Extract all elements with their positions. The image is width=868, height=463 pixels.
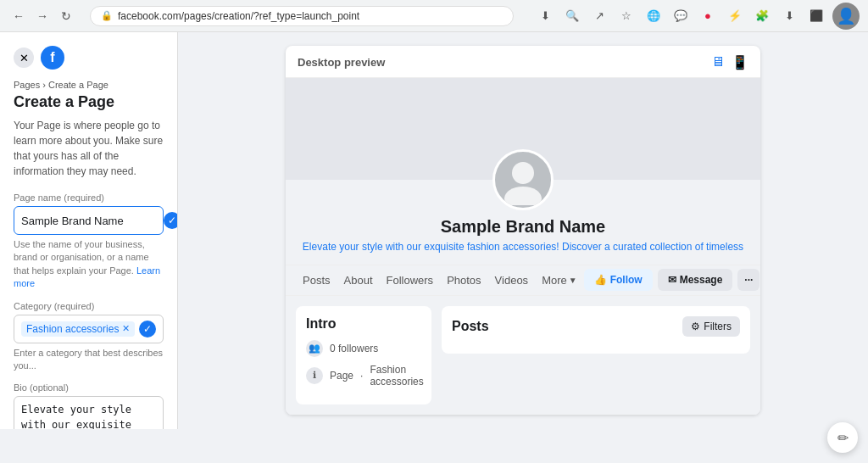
browser-chrome: ← → ↻ 🔒 facebook.com/pages/creation/?ref… bbox=[0, 0, 868, 32]
page-name-label: Page name (required) bbox=[14, 192, 164, 203]
message-button[interactable]: ✉ Message bbox=[658, 269, 733, 291]
page-title: Create a Page bbox=[14, 93, 164, 111]
download-icon[interactable]: ⬇ bbox=[534, 5, 556, 27]
messenger-icon[interactable]: 💬 bbox=[670, 5, 692, 27]
fb-page-name: Sample Brand Name bbox=[299, 217, 747, 237]
bio-input-wrap[interactable]: Elevate your style with our exquisite fa… bbox=[14, 396, 164, 429]
category-icon: ℹ bbox=[306, 367, 323, 384]
close-button[interactable]: ✕ bbox=[14, 47, 34, 68]
profile-pic-wrap bbox=[492, 149, 554, 210]
device-toggle: 🖥 📱 bbox=[711, 54, 748, 70]
filters-label: Filters bbox=[704, 321, 732, 332]
reload-button[interactable]: ↻ bbox=[56, 6, 76, 26]
fb-logo-area: ✕ f bbox=[14, 46, 164, 70]
more-button[interactable]: ··· bbox=[737, 269, 760, 291]
page-action-buttons: 👍 Follow ✉ Message ··· bbox=[584, 269, 760, 291]
intro-card: Intro 👥 0 followers ℹ Page · Fashion acc… bbox=[296, 306, 431, 404]
fb-page-preview: Sample Brand Name Elevate your style wit… bbox=[286, 78, 760, 415]
follow-button[interactable]: 👍 Follow bbox=[584, 269, 653, 291]
fb-logo: f bbox=[41, 46, 64, 70]
svg-point-1 bbox=[504, 187, 542, 205]
page-category-label: Fashion accessories bbox=[370, 364, 423, 388]
category-input-wrap[interactable]: Fashion accessories ✕ ✓ bbox=[14, 315, 164, 343]
check-icon: ✓ bbox=[164, 212, 178, 229]
lightning-icon[interactable]: ⚡ bbox=[724, 5, 746, 27]
preview-card: Desktop preview 🖥 📱 bbox=[286, 46, 760, 415]
user-avatar[interactable]: 👤 bbox=[832, 3, 860, 30]
category-field: Category (required) Fashion accessories … bbox=[14, 301, 164, 373]
browser-nav-buttons: ← → ↻ bbox=[8, 6, 76, 26]
forward-button[interactable]: → bbox=[32, 6, 53, 26]
breadcrumb: Pages › Create a Page bbox=[14, 80, 164, 90]
browser-action-buttons: ⬇ 🔍 ↗ ☆ 🌐 💬 ● ⚡ 🧩 ⬇ ⬛ 👤 bbox=[534, 3, 860, 30]
intro-title: Intro bbox=[306, 316, 421, 332]
bio-label: Bio (optional) bbox=[14, 382, 164, 393]
category-value: Fashion accessories bbox=[26, 323, 119, 335]
download2-icon[interactable]: ⬇ bbox=[778, 5, 800, 27]
nav-followers[interactable]: Followers bbox=[380, 265, 441, 295]
preview-header: Desktop preview 🖥 📱 bbox=[286, 46, 760, 78]
desktop-icon[interactable]: 🖥 bbox=[711, 54, 725, 70]
followers-text: 0 followers bbox=[330, 343, 378, 354]
mobile-icon[interactable]: 📱 bbox=[732, 54, 748, 70]
nav-videos[interactable]: Videos bbox=[488, 265, 536, 295]
main-layout: ✕ f Pages › Create a Page Create a Page … bbox=[0, 32, 868, 429]
nav-about[interactable]: About bbox=[337, 265, 380, 295]
preview-title: Desktop preview bbox=[298, 56, 385, 69]
category-check-icon: ✓ bbox=[139, 321, 156, 337]
page-name-field: Page name (required) Sample Brand Name ✓… bbox=[14, 192, 164, 291]
category-remove-button[interactable]: ✕ bbox=[122, 323, 130, 334]
filters-icon: ⚙ bbox=[691, 321, 700, 332]
tablet-icon[interactable]: ⬛ bbox=[805, 5, 827, 27]
url-text: facebook.com/pages/creation/?ref_type=la… bbox=[118, 10, 359, 22]
bio-field: Bio (optional) Elevate your style with o… bbox=[14, 382, 164, 429]
page-description: Your Page is where people go to learn mo… bbox=[14, 118, 164, 179]
back-button[interactable]: ← bbox=[8, 6, 29, 26]
share-icon[interactable]: ↗ bbox=[588, 5, 610, 27]
category-label: Category (required) bbox=[14, 301, 164, 311]
fb-page-bio: Elevate your style with our exquisite fa… bbox=[299, 240, 747, 254]
cover-photo bbox=[286, 78, 760, 180]
nav-more[interactable]: More ▼ bbox=[535, 265, 584, 295]
nav-posts[interactable]: Posts bbox=[296, 265, 337, 295]
globe-icon[interactable]: 🌐 bbox=[643, 5, 665, 27]
posts-card: Posts ⚙ Filters bbox=[442, 306, 750, 354]
puzzle-icon[interactable]: 🧩 bbox=[751, 5, 773, 27]
preview-area: Desktop preview 🖥 📱 bbox=[178, 32, 868, 429]
nav-photos[interactable]: Photos bbox=[440, 265, 487, 295]
zoom-icon[interactable]: 🔍 bbox=[561, 5, 583, 27]
page-name-input-wrap[interactable]: Sample Brand Name ✓ bbox=[14, 206, 164, 235]
lock-icon: 🔒 bbox=[101, 10, 113, 21]
filters-button[interactable]: ⚙ Filters bbox=[682, 316, 740, 337]
posts-title: Posts bbox=[452, 319, 489, 334]
category-tag: Fashion accessories ✕ bbox=[21, 321, 135, 337]
bio-textarea[interactable]: Elevate your style with our exquisite fa… bbox=[21, 402, 156, 429]
followers-icon: 👥 bbox=[306, 340, 323, 357]
fb-icon[interactable]: ● bbox=[697, 5, 719, 27]
fb-page-nav: Posts About Followers Photos Videos More… bbox=[286, 265, 760, 296]
bookmark-icon[interactable]: ☆ bbox=[615, 5, 637, 27]
category-hint: Enter a category that best describes you… bbox=[14, 347, 164, 373]
posts-header: Posts ⚙ Filters bbox=[452, 316, 740, 337]
category-item: ℹ Page · Fashion accessories bbox=[306, 364, 421, 388]
fb-page-content: Intro 👥 0 followers ℹ Page · Fashion acc… bbox=[286, 296, 760, 415]
left-sidebar: ✕ f Pages › Create a Page Create a Page … bbox=[0, 32, 178, 429]
profile-pic bbox=[492, 149, 554, 210]
page-name-input[interactable]: Sample Brand Name bbox=[21, 215, 164, 227]
address-bar[interactable]: 🔒 facebook.com/pages/creation/?ref_type=… bbox=[90, 6, 514, 26]
page-type-label: Page bbox=[330, 370, 353, 382]
svg-point-0 bbox=[512, 162, 534, 184]
page-name-hint: Use the name of your business, brand or … bbox=[14, 238, 164, 291]
followers-item: 👥 0 followers bbox=[306, 340, 421, 357]
